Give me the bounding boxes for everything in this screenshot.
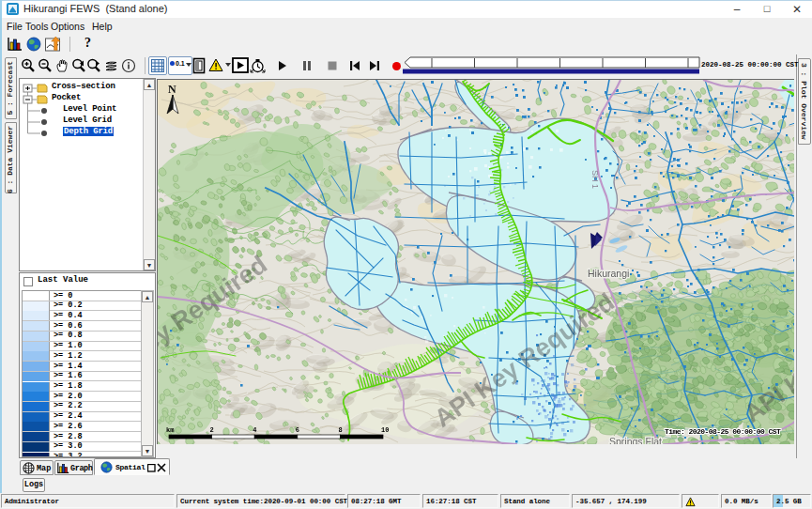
svg-text:10: 10: [381, 426, 389, 434]
svg-text:8: 8: [338, 426, 342, 434]
svg-text:Springs Flat: Springs Flat: [609, 436, 662, 444]
svg-text:2: 2: [210, 426, 214, 434]
svg-text:Hikurangi: Hikurangi: [588, 268, 629, 279]
svg-text:Time: 2020-08-25 00:00:00 CST: Time: 2020-08-25 00:00:00 CST: [665, 427, 781, 436]
svg-text:km: km: [166, 426, 174, 434]
svg-text:N: N: [168, 83, 176, 96]
svg-text:4: 4: [253, 426, 256, 434]
svg-text:SH 1: SH 1: [590, 170, 600, 189]
svg-text:6: 6: [296, 426, 299, 434]
